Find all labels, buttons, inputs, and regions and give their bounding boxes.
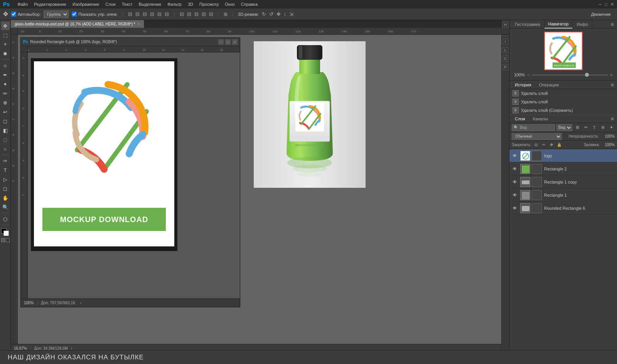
layer-item-rectangle1[interactable]: 👁 Rectangle 1: [509, 189, 617, 202]
auto-select-checkbox[interactable]: Автовыбор:: [11, 12, 40, 17]
3d-rotate-icon[interactable]: ↻: [262, 11, 266, 17]
move-tool[interactable]: ✥: [1, 22, 10, 30]
layer-eye-rounded-rect6[interactable]: 👁: [512, 205, 518, 211]
3d-slide-icon[interactable]: ↕: [284, 11, 287, 17]
path-select-tool[interactable]: ▷: [1, 175, 10, 184]
window-close[interactable]: ✕: [610, 2, 614, 7]
menu-view[interactable]: Просмотр: [199, 2, 219, 7]
psb-expand-arrow[interactable]: ›: [80, 301, 81, 305]
layer-eye-logo[interactable]: 👁: [512, 153, 518, 159]
layer-item-rectangle1copy[interactable]: 👁 Rectangle 1 copy: [509, 175, 617, 189]
info-strip-icon[interactable]: I: [502, 39, 509, 45]
paths-strip-icon[interactable]: P: [502, 64, 509, 70]
psb-close-button[interactable]: ×: [232, 39, 238, 45]
3d-pan-icon[interactable]: ✥: [276, 11, 281, 17]
history-brush-tool[interactable]: ↩: [1, 108, 10, 116]
mockup-download-button[interactable]: MOCKUP DOWNLOAD: [42, 208, 166, 231]
tab-histogram[interactable]: Гистограмма: [511, 20, 545, 29]
quick-select-tool[interactable]: ✱: [1, 49, 10, 58]
3d-scale-icon[interactable]: ⇲: [289, 11, 293, 17]
psb-maximize-button[interactable]: □: [225, 39, 231, 45]
layers-panel-expand[interactable]: ≡: [609, 116, 615, 122]
menu-select[interactable]: Выделение: [139, 2, 161, 7]
lock-position-icon[interactable]: ✥: [548, 142, 555, 148]
channels-strip-icon[interactable]: C: [502, 56, 509, 62]
window-minimize[interactable]: ─: [599, 2, 602, 7]
layer-eye-rectangle1copy[interactable]: 👁: [512, 179, 518, 185]
align-right-icon[interactable]: ⊟: [143, 11, 147, 17]
screen-mode-icon[interactable]: [6, 238, 10, 242]
menu-3d[interactable]: 3D: [188, 2, 193, 7]
main-document-tab[interactable]: glass-bottle-mockup-psd.psd @ 16,7% (ADD…: [11, 20, 144, 28]
clone-stamp-tool[interactable]: ⊕: [1, 98, 10, 107]
hand-tool[interactable]: ✋: [1, 194, 10, 202]
align-center-h-icon[interactable]: ⊟: [135, 11, 140, 17]
quick-mask-icon[interactable]: [1, 238, 5, 242]
history-item[interactable]: 🗑 Удалить слой: [509, 89, 617, 98]
menu-layers[interactable]: Слои: [105, 2, 116, 7]
menu-window[interactable]: Окно: [225, 2, 235, 7]
menu-filter[interactable]: Фильтр: [167, 2, 182, 7]
top-panel-expand[interactable]: ≡: [609, 21, 615, 27]
history-panel-expand[interactable]: ≡: [609, 82, 615, 88]
distribute-icon4[interactable]: ⊟: [202, 11, 206, 17]
tab-navigator[interactable]: Навигатор: [545, 20, 573, 29]
lock-pixel-icon[interactable]: ✏: [541, 142, 547, 148]
layer-item-rectangle2[interactable]: 👁 Rectangle 2: [509, 162, 617, 175]
lock-all-icon[interactable]: 🔒: [556, 142, 562, 148]
selection-tool[interactable]: ⬚: [1, 31, 10, 39]
align-bottom-icon[interactable]: ⊟: [165, 11, 169, 17]
brush-tool[interactable]: ✏: [1, 89, 10, 98]
tab-close-button[interactable]: ×: [138, 22, 140, 26]
history-item[interactable]: 🗑 Удалить слой: [509, 98, 617, 106]
lock-transparent-icon[interactable]: ⊟: [533, 142, 539, 148]
tab-layers[interactable]: Слои: [511, 115, 529, 123]
layer-item-logo[interactable]: 👁 logo: [509, 149, 617, 162]
blur-tool[interactable]: ◌: [1, 135, 10, 144]
distribute-h-icon[interactable]: ⊟: [180, 11, 184, 17]
layer-eye-rectangle2[interactable]: 👁: [512, 166, 518, 172]
shape-tool[interactable]: ◻: [1, 184, 10, 193]
layer-filter-icon5[interactable]: ✦: [608, 124, 615, 131]
color-swatch[interactable]: [1, 228, 10, 237]
layer-filter-icon2[interactable]: ✏: [582, 124, 589, 131]
zoom-slider-thumb[interactable]: [585, 73, 589, 77]
zoom-tool[interactable]: 🔍: [1, 203, 10, 211]
healing-brush-tool[interactable]: ✦: [1, 80, 10, 88]
distribute-v-icon[interactable]: ⊟: [187, 11, 191, 17]
tab-history[interactable]: История: [511, 81, 535, 89]
tab-operations[interactable]: Операции: [535, 81, 563, 89]
menu-image[interactable]: Изображение: [72, 2, 99, 7]
menu-help[interactable]: Справка: [241, 2, 258, 7]
tab-channels[interactable]: Каналы: [529, 115, 552, 123]
layer-filter-icon4[interactable]: ⊕: [599, 124, 606, 131]
eraser-tool[interactable]: ◻: [1, 117, 10, 125]
layer-item-rounded-rect6[interactable]: 👁 Rounded Rectangle 6: [509, 202, 617, 215]
move-tool-icon[interactable]: ✥: [3, 10, 8, 18]
layers-search-box[interactable]: 🔍 Вид: [512, 124, 555, 131]
dodge-tool[interactable]: ○: [1, 145, 10, 153]
pen-tool[interactable]: ✑: [1, 157, 10, 165]
layers-strip-icon[interactable]: L: [502, 47, 509, 53]
menu-edit[interactable]: Редактирование: [34, 2, 66, 7]
window-maximize[interactable]: □: [605, 2, 607, 7]
auto-select-type[interactable]: Группа: [44, 10, 69, 18]
align-left-icon[interactable]: ⊟: [128, 11, 132, 17]
eyedropper-tool[interactable]: ✒: [1, 71, 10, 79]
3d-tool[interactable]: ⬡: [1, 215, 10, 223]
layer-filter-icon3[interactable]: T: [591, 124, 598, 131]
zoom-slider[interactable]: [532, 74, 608, 76]
tab-info[interactable]: Инфо: [573, 20, 592, 29]
align-top-icon[interactable]: ⊟: [150, 11, 154, 17]
auto-align-icon[interactable]: ⊞: [224, 12, 228, 17]
history-item[interactable]: 🗑 Удалить слой (Сохранить): [509, 106, 617, 115]
layer-filter-icon1[interactable]: ⊞: [574, 124, 581, 131]
psb-minimize-button[interactable]: −: [218, 39, 224, 45]
menu-file[interactable]: Файл: [17, 2, 28, 7]
layer-eye-rectangle1[interactable]: 👁: [512, 192, 518, 198]
gradient-tool[interactable]: ◧: [1, 126, 10, 135]
zoom-plus-icon[interactable]: +: [610, 73, 612, 77]
history-strip-icon[interactable]: H: [502, 22, 509, 28]
text-tool[interactable]: T: [1, 166, 10, 174]
3d-roll-icon[interactable]: ↺: [269, 11, 273, 17]
